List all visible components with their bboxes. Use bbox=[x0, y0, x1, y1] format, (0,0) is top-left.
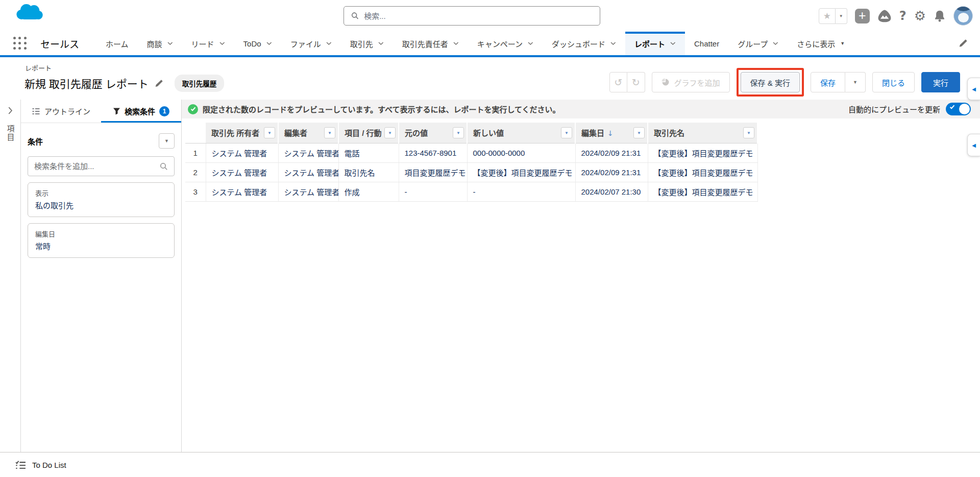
tab-outline[interactable]: アウトライン bbox=[21, 100, 101, 123]
filter-card-edit-date[interactable]: 編集日 常時 bbox=[28, 223, 175, 258]
column-menu-button[interactable]: ▼ bbox=[561, 127, 572, 138]
global-header: ★ ▼ + ? ⚙ bbox=[0, 0, 980, 32]
tab-filters[interactable]: 検索条件 1 bbox=[101, 100, 181, 123]
save-and-run-button[interactable]: 保存 & 実行 bbox=[741, 72, 800, 92]
sort-desc-icon: ↓ bbox=[607, 129, 614, 137]
undo-redo-group: ↺ ↻ bbox=[609, 72, 645, 92]
chevron-down-icon bbox=[266, 42, 272, 45]
nav-tab-accounts[interactable]: 取引先 bbox=[341, 32, 393, 55]
cell: 電話 bbox=[338, 143, 399, 162]
nav-tab-files[interactable]: ファイル bbox=[281, 32, 341, 55]
filter-search-input[interactable] bbox=[34, 162, 160, 171]
fields-panel-vertical-label[interactable]: 項目 bbox=[5, 125, 16, 142]
undo-icon: ↺ bbox=[614, 77, 622, 88]
favorite-star-button[interactable]: ★ bbox=[819, 8, 836, 24]
add-chart-button[interactable]: グラフを追加 bbox=[652, 72, 730, 92]
caret-down-icon: ▼ bbox=[164, 138, 169, 144]
fields-panel-collapsed-rail: 項目 bbox=[0, 100, 21, 452]
close-button[interactable]: 閉じる bbox=[872, 72, 915, 92]
notifications-bell-icon[interactable] bbox=[934, 10, 946, 22]
report-builder-sidebar: アウトライン 検索条件 1 条件 ▼ 表示 私の取引先 編集日 常 bbox=[21, 100, 182, 452]
column-menu-button[interactable]: ▼ bbox=[384, 127, 396, 138]
cell: システム 管理者 bbox=[278, 182, 338, 201]
column-menu-button[interactable]: ▼ bbox=[743, 127, 754, 138]
column-header-account-owner[interactable]: 取引先 所有者 ▼ bbox=[206, 123, 278, 143]
nav-tab-reports[interactable]: レポート bbox=[625, 32, 685, 55]
nav-tab-leads[interactable]: リード bbox=[182, 32, 234, 55]
save-button[interactable]: 保存 bbox=[811, 72, 845, 92]
save-menu-button[interactable]: ▼ bbox=[845, 72, 866, 92]
chart-pie-icon bbox=[662, 78, 670, 86]
nav-tab-dashboards[interactable]: ダッシュボード bbox=[543, 32, 625, 55]
chevron-down-icon bbox=[773, 42, 778, 45]
column-header-old-value[interactable]: 元の値 ▼ bbox=[399, 123, 467, 143]
check-icon bbox=[949, 105, 955, 109]
expand-panel-chevron-right-icon[interactable] bbox=[8, 107, 13, 114]
column-header-new-value[interactable]: 新しい値 ▼ bbox=[467, 123, 575, 143]
column-header-field-event[interactable]: 項目 / 行動 ▼ bbox=[338, 123, 399, 143]
column-header-edit-date[interactable]: 編集日↓ ▼ bbox=[575, 123, 648, 143]
chevron-down-icon bbox=[378, 42, 384, 45]
preview-status-bar: 限定された数のレコードをプレビューしています。すべて表示するには、レポートを実行… bbox=[182, 100, 980, 118]
utility-bar: To Do List bbox=[0, 452, 980, 477]
column-menu-button[interactable]: ▼ bbox=[633, 127, 645, 138]
filter-funnel-icon bbox=[113, 108, 120, 115]
app-name[interactable]: セールス bbox=[40, 37, 79, 51]
column-menu-button[interactable]: ▼ bbox=[324, 127, 335, 138]
cell: 取引先名 bbox=[338, 162, 399, 182]
column-menu-button[interactable]: ▼ bbox=[453, 127, 464, 138]
edit-navigation-pencil-icon[interactable] bbox=[959, 39, 968, 48]
conditions-menu-button[interactable]: ▼ bbox=[159, 133, 175, 149]
favorites-menu-button[interactable]: ▼ bbox=[836, 8, 847, 24]
column-menu-button[interactable]: ▼ bbox=[264, 127, 275, 138]
help-icon[interactable]: ? bbox=[899, 9, 906, 23]
expand-right-panel-button[interactable]: ◀ bbox=[967, 78, 980, 100]
global-actions-button[interactable]: + bbox=[855, 9, 870, 23]
row-number: 3 bbox=[185, 182, 206, 201]
cell: 2024/02/09 21:31 bbox=[575, 162, 648, 182]
column-header-account-name[interactable]: 取引先名 ▼ bbox=[648, 123, 757, 143]
search-icon bbox=[160, 162, 168, 171]
toggle-knob bbox=[959, 104, 970, 114]
nav-tab-chatter[interactable]: Chatter bbox=[685, 32, 728, 55]
nav-tab-tasks[interactable]: ToDo bbox=[234, 32, 281, 55]
chevron-down-icon: ▼ bbox=[839, 14, 843, 18]
user-avatar[interactable] bbox=[953, 6, 973, 26]
cell: 作成 bbox=[338, 182, 399, 201]
report-header: レポート 新規 取引先履歴 レポート 取引先履歴 ↺ ↻ グラフを追加 保存 &… bbox=[0, 57, 980, 100]
cell: 2024/02/07 21:30 bbox=[575, 182, 648, 201]
guidance-center-icon[interactable] bbox=[877, 10, 892, 22]
outline-list-icon bbox=[32, 107, 40, 115]
todo-list-item[interactable]: To Do List bbox=[32, 461, 66, 469]
cell: 【変更後】項目変更履歴デモ bbox=[648, 143, 757, 162]
success-check-icon bbox=[188, 104, 198, 114]
nav-tab-groups[interactable]: グループ bbox=[728, 32, 788, 55]
nav-tab-contacts[interactable]: 取引先責任者 bbox=[393, 32, 468, 55]
nav-tab-campaigns[interactable]: キャンペーン bbox=[468, 32, 543, 55]
setup-gear-icon[interactable]: ⚙ bbox=[914, 8, 926, 23]
cell: 000-0000-0000 bbox=[467, 143, 575, 162]
cloud-icon bbox=[13, 2, 45, 22]
app-launcher-icon[interactable] bbox=[13, 37, 27, 51]
annotation-highlight-box: 保存 & 実行 bbox=[737, 68, 804, 97]
auto-update-toggle[interactable] bbox=[946, 103, 971, 115]
global-search-input[interactable] bbox=[364, 12, 593, 20]
conditions-heading: 条件 bbox=[28, 136, 43, 147]
edit-title-pencil-icon[interactable] bbox=[155, 79, 163, 88]
nav-tab-more[interactable]: さらに表示 ▼ bbox=[788, 32, 854, 55]
filter-search-box bbox=[28, 156, 175, 176]
filter-label: 編集日 bbox=[35, 229, 167, 238]
filter-card-scope[interactable]: 表示 私の取引先 bbox=[28, 182, 175, 217]
cell: システム 管理者 bbox=[206, 182, 278, 201]
expand-right-panel-button[interactable]: ◀ bbox=[967, 134, 980, 156]
run-button[interactable]: 実行 bbox=[921, 72, 960, 92]
row-number: 1 bbox=[185, 143, 206, 162]
entity-label: レポート bbox=[25, 63, 52, 73]
column-header-edited-by[interactable]: 編集者 ▼ bbox=[278, 123, 338, 143]
redo-button[interactable]: ↻ bbox=[627, 72, 645, 92]
undo-button[interactable]: ↺ bbox=[609, 72, 627, 92]
cell: 項目変更履歴デモ bbox=[399, 162, 467, 182]
table-row: 2 システム 管理者 システム 管理者 取引先名 項目変更履歴デモ 【変更後】項… bbox=[185, 162, 757, 182]
nav-tab-opportunities[interactable]: 商談 bbox=[138, 32, 182, 55]
nav-tab-home[interactable]: ホーム bbox=[96, 32, 138, 55]
